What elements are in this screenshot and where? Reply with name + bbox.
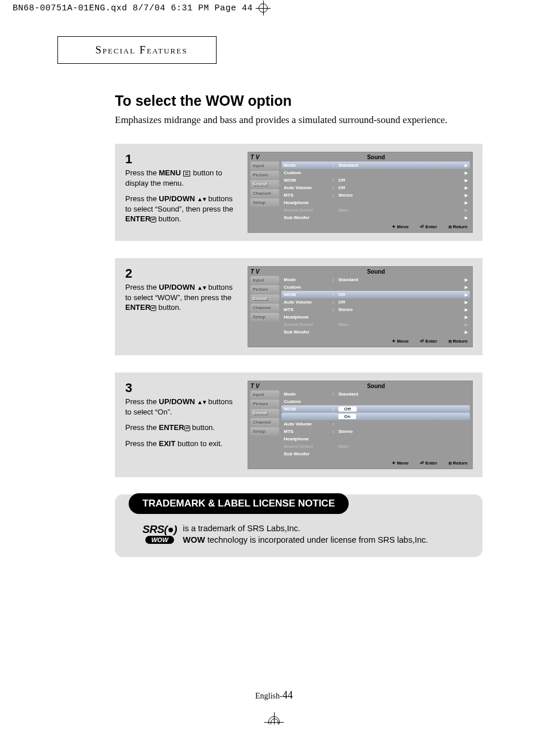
- osd-footer-hint: ⏎ Enter: [420, 460, 437, 466]
- enter-icon: ⏎: [150, 217, 156, 222]
- osd-footer-hint: ⧈ Return: [449, 224, 468, 230]
- osd-side-item: Picture: [250, 171, 279, 179]
- osd-row: Mode:Standard▶: [281, 276, 470, 283]
- osd-row: Custom▶: [281, 283, 470, 291]
- intro-paragraph: Emphasizes midrange and bass and provide…: [115, 114, 483, 126]
- menu-icon: [183, 171, 190, 176]
- step-number: 2: [125, 266, 237, 281]
- osd-side-item: Input: [250, 390, 279, 399]
- osd-footer-hint: ⏎ Enter: [420, 224, 437, 230]
- step-block: 2Press the UP/DOWN ▲▼ buttons to select …: [115, 258, 483, 355]
- osd-screenshot: T VSoundInputPictureSoundChannelSetupMod…: [248, 152, 473, 233]
- osd-row: Auto Volume:: [281, 420, 470, 428]
- osd-tv-label: T V: [250, 383, 282, 389]
- osd-screenshot: T VSoundInputPictureSoundChannelSetupMod…: [248, 381, 473, 469]
- osd-screenshot: T VSoundInputPictureSoundChannelSetupMod…: [248, 266, 473, 347]
- osd-row: MTS:Stereo: [281, 428, 470, 435]
- osd-footer-hint: ⏎ Enter: [420, 339, 437, 344]
- osd-sidebar: InputPictureSoundChannelSetup: [250, 162, 279, 221]
- up-down-icon: ▲▼: [197, 285, 206, 291]
- up-down-icon: ▲▼: [197, 196, 206, 202]
- osd-row: WOW:Off▶: [281, 176, 470, 184]
- up-down-icon: ▲▼: [197, 399, 206, 405]
- osd-side-item: Sound: [250, 409, 279, 417]
- registration-mark-icon: [258, 3, 268, 13]
- osd-row: Auto Volume:Off▶: [281, 184, 470, 191]
- step-instruction: Press the MENU button to display the men…: [125, 168, 237, 188]
- osd-footer-hint: ✦ Move: [392, 460, 409, 466]
- osd-footer-hint: ⧈ Return: [449, 339, 468, 344]
- osd-row: Mode:Standard▶: [281, 162, 470, 169]
- osd-row: Headphone▶: [281, 313, 470, 321]
- osd-row: MTS:Stereo▶: [281, 306, 470, 313]
- osd-sidebar: InputPictureSoundChannelSetup: [250, 276, 279, 336]
- osd-side-item: Sound: [250, 294, 279, 303]
- notice-text: is a trademark of SRS Labs,Inc. WOW tech…: [183, 523, 428, 546]
- step-instruction: Press the EXIT button to exit.: [125, 439, 237, 449]
- crop-mark-bottom-icon: [268, 716, 280, 724]
- osd-row: Headphone: [281, 435, 470, 443]
- osd-row: WOW:Off: [281, 405, 470, 413]
- step-instruction: Press the UP/DOWN ▲▼ buttons to select “…: [125, 282, 237, 313]
- osd-side-item: Setup: [250, 198, 279, 207]
- osd-row: Sound Select:Main: [281, 443, 470, 450]
- enter-icon: ⏎: [150, 305, 156, 311]
- step-instruction: Press the ENTER⏎ button.: [125, 423, 237, 433]
- osd-row: Custom: [281, 398, 470, 405]
- osd-side-item: Setup: [250, 427, 279, 436]
- step-block: 1Press the MENU button to display the me…: [115, 144, 483, 241]
- osd-menu-title: Sound: [282, 154, 470, 160]
- step-number: 3: [125, 381, 237, 396]
- page-footer: English-44: [46, 689, 502, 701]
- section-heading-box: Special Features: [57, 36, 217, 64]
- osd-side-item: Input: [250, 162, 279, 170]
- step-number: 1: [125, 152, 237, 167]
- osd-row: Sub Woofer: [281, 450, 470, 458]
- osd-side-item: Setup: [250, 313, 279, 321]
- osd-row: Mode:Standard: [281, 390, 470, 398]
- osd-row: Sound Select:Main▶: [281, 321, 470, 328]
- trademark-notice: TRADEMARK & LABEL LICENSE NOTICE SRS(●) …: [115, 494, 483, 557]
- osd-side-item: Channel: [250, 189, 279, 198]
- osd-footer-hint: ⧈ Return: [449, 460, 468, 466]
- osd-side-item: Picture: [250, 400, 279, 408]
- osd-menu-title: Sound: [282, 268, 470, 275]
- osd-row: Custom▶: [281, 169, 470, 176]
- osd-tv-label: T V: [250, 268, 282, 275]
- osd-row: Sub Woofer▶: [281, 214, 470, 221]
- osd-sidebar: InputPictureSoundChannelSetup: [250, 390, 279, 458]
- step-instruction: Press the UP/DOWN ▲▼ buttons to select “…: [125, 194, 237, 224]
- osd-side-item: Input: [250, 276, 279, 285]
- osd-tv-label: T V: [250, 154, 282, 160]
- osd-menu-title: Sound: [282, 383, 470, 389]
- osd-side-item: Channel: [250, 304, 279, 312]
- osd-row: Auto Volume:Off▶: [281, 298, 470, 306]
- osd-side-item: Sound: [250, 180, 279, 189]
- osd-row: WOW:Off▶: [281, 291, 470, 298]
- notice-heading: TRADEMARK & LABEL LICENSE NOTICE: [129, 493, 349, 514]
- srs-wow-logo-icon: SRS(●) WOW: [142, 523, 177, 546]
- osd-side-item: Channel: [250, 418, 279, 427]
- osd-row: Headphone▶: [281, 199, 470, 206]
- osd-row: Sub Woofer▶: [281, 328, 470, 336]
- osd-footer-hint: ✦ Move: [392, 339, 409, 344]
- page-title: To select the WOW option: [115, 93, 483, 109]
- enter-icon: ⏎: [184, 425, 190, 431]
- print-slug: BN68-00751A-01ENG.qxd 8/7/04 6:31 PM Pag…: [0, 0, 548, 13]
- osd-row: MTS:Stereo▶: [281, 191, 470, 199]
- step-block: 3Press the UP/DOWN ▲▼ buttons to select …: [115, 373, 483, 477]
- step-instruction: Press the UP/DOWN ▲▼ buttons to select “…: [125, 397, 237, 417]
- osd-side-item: Picture: [250, 285, 279, 294]
- osd-footer-hint: ✦ Move: [392, 224, 409, 230]
- section-heading: Special Features: [95, 44, 187, 56]
- osd-row: On: [281, 413, 470, 420]
- osd-row: Sound Select:Main▶: [281, 206, 470, 214]
